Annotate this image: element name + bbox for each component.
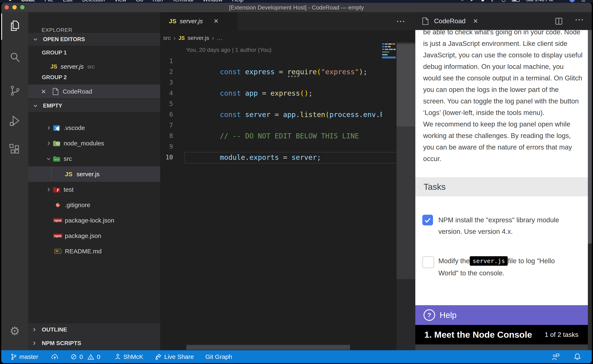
tree-item-vscode[interactable]: .vscode [28,120,160,136]
apple-menu-icon[interactable]: ● [9,0,12,2]
problems-item[interactable]: 0 0 [70,353,100,360]
webview-file-icon [421,18,430,25]
code-area[interactable]: const express = require("express"); cons… [160,12,382,350]
code-token: env [363,110,376,119]
check-icon [422,215,433,225]
code-token: server [245,110,275,119]
window-title: [Extension Development Host] - CodeRoad … [1,4,592,11]
code-token: ; [308,89,313,97]
help-section-header[interactable]: ? Help [415,305,588,325]
battery-icon[interactable] [512,0,520,2]
coderoad-tab-bar[interactable]: CodeRoad ✕ ⋯ [415,12,592,30]
git-branch-item[interactable]: master [10,353,38,360]
close-icon[interactable]: ✕ [41,88,46,95]
tree-item-test[interactable]: test [28,182,160,197]
tree-item-gitignore[interactable]: .gitignore [28,197,160,213]
menu-item[interactable]: View [114,0,126,3]
editor-actions-icon[interactable]: ⋯ [396,16,406,26]
task-checkbox-unchecked[interactable] [422,256,434,268]
horizontal-scrollbar-thumb[interactable] [186,345,350,350]
menu-item[interactable]: Selection [82,0,105,3]
feedback-item[interactable] [551,353,560,360]
npm-icon: npm [54,217,62,224]
tree-item-src[interactable]: </> src [28,151,160,166]
menu-item[interactable]: Window [203,0,223,3]
source-control-icon[interactable] [1,78,28,103]
npm-scripts-section-header[interactable]: NPM SCRIPTS [28,337,160,350]
chevron-down-icon [33,37,38,42]
menu-item[interactable]: Code [21,0,35,3]
sync-changes-item[interactable] [51,353,59,360]
status-icon[interactable]: ⤢ [491,0,495,2]
branch-icon [10,353,17,360]
chevron-right-icon [46,187,51,192]
chevron-down-icon [33,103,38,108]
git-icon [54,201,62,209]
git-graph-item[interactable]: Git Graph [205,353,232,360]
menu-item[interactable]: Go [136,0,143,3]
scrollbar-thumb[interactable] [588,30,592,243]
cursor-icon[interactable]: ➤ [470,0,474,2]
paragraph-line: you can be aware of the nature of errors… [423,142,572,153]
editor-scrollbar[interactable] [397,43,415,350]
menu-clock[interactable]: Sat 9:45 PM [526,0,553,2]
outline-section-header[interactable]: OUTLINE [28,323,160,336]
task-checkbox-checked[interactable] [422,215,433,225]
vpn-icon[interactable]: ▲ [480,0,485,2]
close-tab-icon[interactable]: ✕ [473,18,478,25]
paragraph-line: debug information. On your local machine… [423,61,564,72]
status-icon[interactable]: ○ [461,0,464,2]
minimap-current-line [382,57,396,58]
warning-icon [87,353,94,360]
window-title-bar[interactable]: [Extension Development Host] - CodeRoad … [1,3,592,12]
extensions-icon[interactable] [1,137,28,162]
drop-icon[interactable]: ◡ [501,0,506,2]
coderoad-panel: CodeRoad ✕ ⋯ be able to check what's goi… [415,12,592,350]
minimap[interactable] [382,43,396,76]
code-token: ( [325,110,329,119]
split-editor-icon[interactable] [555,17,563,25]
scrollbar-thumb[interactable] [397,44,415,126]
explorer-icon[interactable] [1,13,28,38]
search-icon[interactable] [1,45,28,70]
more-actions-icon[interactable]: ⋯ [575,14,584,25]
code-token: . [359,110,363,119]
chevron-down-icon [46,156,51,162]
code-token: = [262,89,270,97]
open-editors-header[interactable]: OPEN EDITORS [28,32,160,46]
webview-scrollbar[interactable] [588,30,592,350]
code-token: express [245,68,279,76]
tree-item-readme[interactable]: M↓ README.md [28,243,160,259]
code-token: process [329,110,359,119]
settings-gear-icon[interactable]: ⚙ [1,318,28,343]
paragraph-line: screen. You can toggle the log panel wit… [423,95,579,107]
run-debug-icon[interactable] [1,108,28,133]
menu-item[interactable]: Help [232,0,244,3]
editor-group-label: GROUP 1 [42,50,67,56]
siri-icon[interactable] [570,0,575,2]
code-token: . [296,110,300,119]
open-editor-file-name: CodeRoad [63,88,92,95]
workspace-folder-header[interactable]: EMPTY [28,99,160,112]
code-token: listen [300,110,325,119]
tree-item-package-json[interactable]: npm package.json [28,228,160,243]
tree-item-serverjs-selected[interactable]: JS server.js [28,166,160,182]
account-item[interactable]: ShMcK [115,353,143,360]
open-editor-item-serverjs[interactable]: JS server.js src [28,60,160,73]
code-token: ( [317,68,321,76]
paragraph-line: working at these challenges. By reading … [423,130,571,142]
control-center-icon[interactable]: ☰ [581,0,586,2]
tree-item-package-lock[interactable]: npm package-lock.json [28,213,160,228]
spotlight-icon[interactable]: ⌃ [559,0,563,2]
menu-item[interactable]: Terminal [172,0,193,3]
tree-item-node-modules[interactable]: JS node_modules [28,136,160,151]
notifications-item[interactable] [574,353,581,361]
src-folder-icon: </> [53,155,61,162]
code-token: express [270,89,300,97]
open-editor-item-coderoad[interactable]: ✕ CodeRoad [28,84,160,98]
live-share-item[interactable]: Live Share [155,353,194,360]
menu-item[interactable]: Edit [63,0,73,3]
question-icon: ? [424,309,435,321]
menu-item[interactable]: File [45,0,53,3]
menu-item[interactable]: Run [153,0,163,3]
